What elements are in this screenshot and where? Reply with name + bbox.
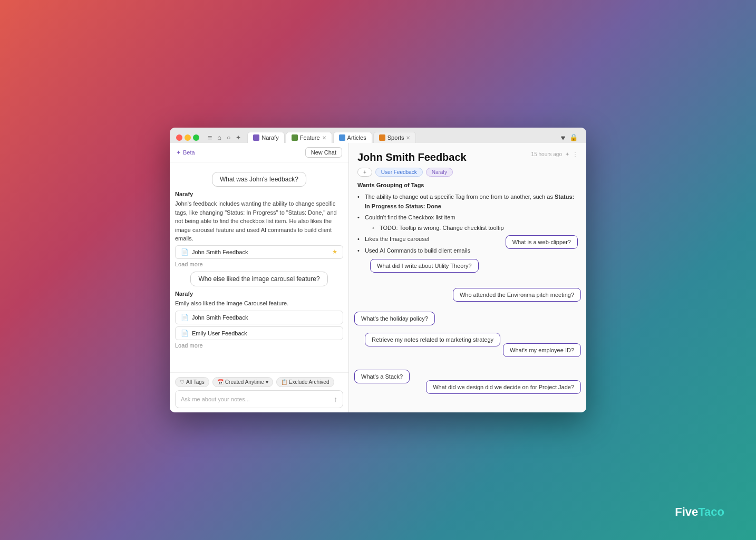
tab-narafy-label: Narafy — [261, 134, 278, 141]
browser-tabs: Narafy Feature ✕ Articles Sports ✕ — [247, 132, 416, 143]
note-item-1: The ability to change out a specific Tag… — [357, 192, 578, 211]
note-title-area: John Smith Feedback — [357, 151, 467, 163]
close-traffic-light[interactable] — [176, 134, 182, 141]
more-options-icon[interactable]: ⋮ — [573, 151, 578, 157]
fullscreen-traffic-light[interactable] — [193, 134, 199, 141]
filter-created-anytime[interactable]: 📅 Created Anytime ▾ — [212, 377, 273, 387]
tab-sports-close[interactable]: ✕ — [406, 135, 410, 141]
search-icon[interactable]: ○ — [227, 134, 230, 141]
note-header: John Smith Feedback 15 hours ago ✦ ⋮ — [357, 151, 578, 163]
note-time: 15 hours ago — [531, 151, 562, 157]
note-title-3: Emily User Feedback — [192, 330, 247, 336]
heart-icon[interactable]: ♥ — [561, 133, 565, 142]
tag-user-feedback[interactable]: User Feedback — [375, 168, 423, 177]
note-title-main: John Smith Feedback — [357, 151, 467, 163]
ai-text-2: Emily also liked the Image Carousel feat… — [175, 299, 343, 308]
note-tags: + User Feedback Narafy — [357, 168, 578, 177]
sidebar-bottom: ♡ All Tags 📅 Created Anytime ▾ 📋 Exclude… — [170, 372, 348, 412]
articles-tab-icon — [339, 134, 345, 141]
filter-exclude-archived[interactable]: 📋 Exclude Archived — [276, 377, 334, 387]
note-title-1: John Smith Feedback — [192, 249, 248, 255]
note-card-2[interactable]: 📄 John Smith Feedback — [175, 311, 343, 324]
load-more-1[interactable]: Load more — [175, 261, 343, 267]
user-bubble-2: Who else liked the image carousel featur… — [190, 272, 327, 286]
narafy-tab-icon — [253, 134, 259, 141]
tab-narafy[interactable]: Narafy — [247, 132, 284, 143]
filter-bar: ♡ All Tags 📅 Created Anytime ▾ 📋 Exclude… — [175, 377, 343, 387]
lock-icon[interactable]: 🔒 — [569, 133, 578, 141]
tab-sports[interactable]: Sports ✕ — [373, 132, 416, 143]
user-message-1: What was John's feedback? — [175, 172, 343, 187]
note-icon-3: 📄 — [181, 330, 189, 337]
sidebar-chat: What was John's feedback? Narafy John's … — [170, 162, 348, 372]
ai-icon[interactable]: ✦ — [236, 134, 241, 141]
ai-text-1: John's feedback includes wanting the abi… — [175, 199, 343, 243]
suggestion-stack[interactable]: What's a Stack? — [354, 370, 410, 383]
chat-input-area[interactable]: Ask me about your notes... ↑ — [175, 390, 343, 408]
filter-all-tags[interactable]: ♡ All Tags — [175, 377, 209, 387]
sidebar: ✦ Beta New Chat What was John's feedback… — [170, 143, 349, 412]
tab-articles-label: Articles — [347, 134, 366, 141]
suggestion-marketing[interactable]: Retrieve my notes related to marketing s… — [365, 333, 500, 346]
new-chat-button[interactable]: New Chat — [305, 147, 342, 158]
brand-text: Five — [675, 505, 698, 518]
suggestion-utility-theory[interactable]: What did I write about Utility Theory? — [370, 259, 479, 273]
user-message-2: Who else liked the image carousel featur… — [175, 272, 343, 286]
browser-titlebar: ≡ ⌂ ○ ✦ Narafy Feature ✕ Articles — [170, 128, 586, 143]
branding: FiveTaco — [675, 505, 724, 519]
note-item-2: Couldn't find the Checkbox list item TOD… — [357, 213, 578, 233]
minimize-traffic-light[interactable] — [185, 134, 191, 141]
load-more-2[interactable]: Load more — [175, 342, 343, 349]
note-title-2: John Smith Feedback — [192, 314, 248, 321]
tag-add-button[interactable]: + — [357, 168, 372, 177]
sports-tab-icon — [379, 134, 385, 141]
note-subtitle: Wants Grouping of Tags — [357, 182, 578, 188]
chevron-down-icon: ▾ — [266, 379, 268, 385]
star-icon-1: ★ — [332, 248, 337, 255]
send-icon[interactable]: ↑ — [334, 395, 337, 403]
ai-sender-1: Narafy — [175, 191, 343, 197]
tab-sports-label: Sports — [387, 134, 404, 141]
ai-sender-2: Narafy — [175, 291, 343, 297]
tab-feature-close[interactable]: ✕ — [322, 135, 326, 141]
ai-message-1: Narafy John's feedback includes wanting … — [175, 191, 343, 243]
note-icon-2: 📄 — [181, 314, 189, 321]
sidebar-header: ✦ Beta New Chat — [170, 143, 348, 162]
user-bubble-1: What was John's feedback? — [212, 172, 306, 187]
feature-tab-icon — [292, 134, 298, 141]
tag-narafy[interactable]: Narafy — [426, 168, 453, 177]
note-meta: 15 hours ago ✦ ⋮ — [531, 151, 578, 157]
note-card-3[interactable]: 📄 Emily User Feedback — [175, 326, 343, 340]
note-card-1[interactable]: 📄 John Smith Feedback ★ — [175, 245, 343, 259]
note-sub-item-1: TODO: Tooltip is wrong. Change checklist… — [365, 224, 578, 233]
chat-input-placeholder: Ask me about your notes... — [181, 396, 250, 402]
tab-articles[interactable]: Articles — [333, 132, 372, 143]
sparkle-icon: ✦ — [176, 149, 181, 156]
beta-label: ✦ Beta — [176, 149, 195, 156]
ai-message-2: Narafy Emily also liked the Image Carous… — [175, 291, 343, 308]
suggestion-environma[interactable]: Who attended the Environma pitch meeting… — [453, 288, 581, 302]
calendar-filter-icon: 📅 — [217, 379, 224, 385]
main-panel: John Smith Feedback 15 hours ago ✦ ⋮ + U… — [349, 143, 586, 412]
archive-filter-icon: 📋 — [281, 379, 287, 385]
heart-filter-icon: ♡ — [180, 379, 185, 385]
suggestion-web-clipper[interactable]: What is a web-clipper? — [506, 235, 578, 249]
ai-note-icon: ✦ — [565, 151, 569, 157]
brand-taco: Taco — [698, 505, 724, 518]
suggestion-holiday-policy[interactable]: What's the holiday policy? — [354, 312, 435, 325]
note-icon-1: 📄 — [181, 248, 189, 256]
tab-feature[interactable]: Feature ✕ — [286, 132, 332, 143]
suggestion-employee-id[interactable]: What's my employee ID? — [503, 343, 581, 357]
suggestion-project-jade[interactable]: What did we design did we decide on for … — [426, 380, 581, 394]
home-icon[interactable]: ⌂ — [217, 133, 221, 141]
hamburger-icon[interactable]: ≡ — [208, 133, 212, 142]
tab-feature-label: Feature — [300, 134, 320, 141]
